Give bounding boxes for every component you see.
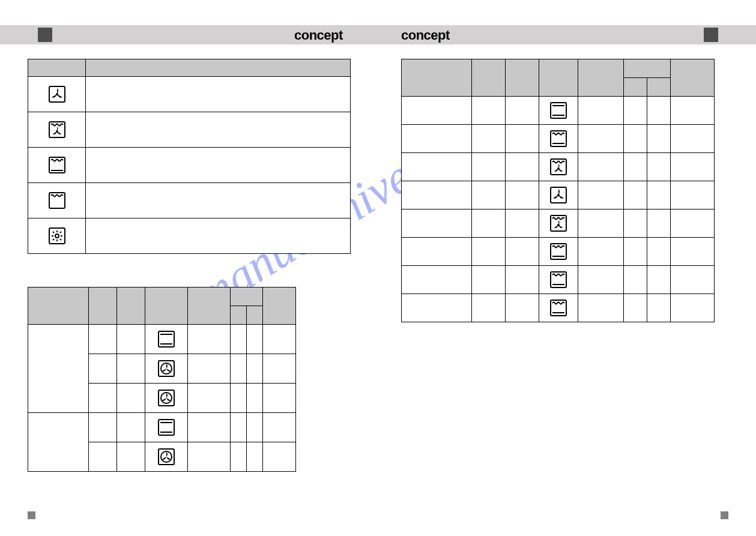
grill-top-icon (549, 130, 567, 148)
cell (671, 125, 715, 153)
cell (117, 325, 145, 354)
header-square-right (704, 28, 718, 42)
svg-rect-7 (49, 228, 65, 244)
cell-icon (28, 183, 86, 218)
cell (263, 413, 296, 442)
cell (117, 442, 145, 472)
functions-legend-table (28, 59, 351, 254)
cooking-table-right (401, 59, 715, 322)
cell (624, 97, 647, 125)
top-bottom-bar-icon (549, 101, 567, 119)
table-row (402, 181, 715, 209)
cell-function (145, 413, 188, 442)
cell (578, 209, 624, 238)
cell (624, 125, 647, 153)
cell (506, 238, 539, 266)
t2-h-water (117, 288, 145, 325)
cell (247, 354, 263, 384)
cell (578, 125, 624, 153)
top-heat-icon (48, 191, 66, 209)
cell-icon (28, 112, 86, 148)
light-icon (48, 227, 66, 245)
svg-line-14 (60, 239, 61, 240)
t2-h-weight (89, 288, 117, 325)
cell (647, 125, 671, 153)
svg-rect-17 (159, 331, 174, 347)
cell-function (539, 238, 578, 266)
cell-food (28, 413, 89, 472)
cell-function (145, 384, 188, 413)
cell-function (539, 294, 578, 322)
cell (231, 354, 247, 384)
table-row (402, 294, 715, 322)
header-banner (0, 25, 756, 44)
cell (472, 294, 506, 322)
table-row (402, 209, 715, 238)
t2-h-temp (188, 288, 231, 325)
cell (188, 442, 231, 472)
cell (671, 97, 715, 125)
cell (263, 325, 296, 354)
cell (506, 97, 539, 125)
cell (671, 209, 715, 238)
cell (506, 209, 539, 238)
cell (402, 153, 472, 181)
cell (578, 153, 624, 181)
cell (506, 125, 539, 153)
cell (624, 238, 647, 266)
cell (402, 97, 472, 125)
cell (671, 153, 715, 181)
cell (231, 442, 247, 472)
cell (671, 238, 715, 266)
cell (647, 266, 671, 294)
t3-h-time (671, 59, 715, 97)
cell-function (539, 209, 578, 238)
t1-header-description (86, 59, 351, 77)
cell (578, 97, 624, 125)
cell (402, 238, 472, 266)
cell-function (145, 354, 188, 384)
cell (402, 294, 472, 322)
cell (671, 181, 715, 209)
t3-h-level (624, 59, 671, 78)
cell (402, 125, 472, 153)
cell (472, 238, 506, 266)
grill-fan-icon (549, 158, 567, 176)
cell-description (86, 77, 351, 112)
svg-rect-24 (159, 420, 174, 435)
cell-food (28, 325, 89, 413)
cell (506, 153, 539, 181)
cell (472, 209, 506, 238)
page-number-square-left (28, 511, 35, 519)
table-row (402, 153, 715, 181)
cell (647, 294, 671, 322)
fan-filled-icon (157, 448, 175, 466)
top-bottom-bar-icon (157, 330, 175, 348)
table-row (402, 125, 715, 153)
cell-function (539, 266, 578, 294)
fan-icon (48, 85, 66, 103)
t3-h-food (402, 59, 472, 97)
cell-description (86, 218, 351, 254)
t3-h-level-a (624, 78, 647, 97)
cell-description (86, 183, 351, 218)
cell (472, 125, 506, 153)
header-square-left (38, 28, 52, 42)
cell (188, 354, 231, 384)
cell (624, 209, 647, 238)
brand-word-left: concept (294, 28, 343, 43)
cell-function (539, 153, 578, 181)
cell (506, 266, 539, 294)
t2-h-level (231, 288, 263, 306)
t3-h-func (539, 59, 578, 97)
cell (578, 238, 624, 266)
cell (89, 384, 117, 413)
cell-function (539, 125, 578, 153)
cell (89, 413, 117, 442)
cell (624, 153, 647, 181)
table-row (28, 112, 351, 148)
cell-icon (28, 218, 86, 254)
cell (188, 325, 231, 354)
cell (89, 325, 117, 354)
svg-rect-29 (551, 103, 566, 118)
